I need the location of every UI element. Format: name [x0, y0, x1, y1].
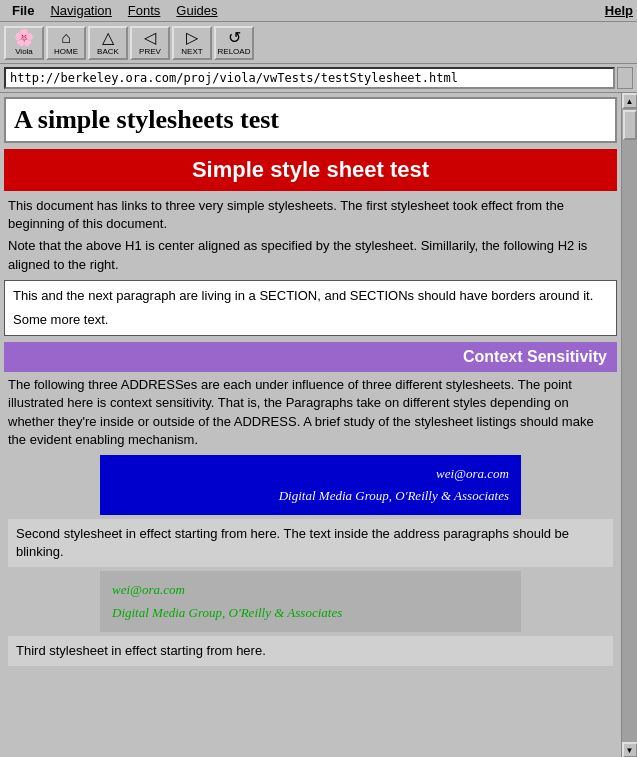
- address-block-blue: wei@ora.com Digital Media Group, O'Reill…: [100, 455, 521, 515]
- home-label: HOME: [54, 47, 78, 56]
- viola-button[interactable]: 🌸 Viola: [4, 26, 44, 60]
- menu-guides[interactable]: Guides: [168, 3, 225, 18]
- prev-button[interactable]: ◁ PREV: [130, 26, 170, 60]
- section-para-1: This and the next paragraph are living i…: [13, 287, 608, 305]
- scroll-down-button[interactable]: ▼: [622, 742, 638, 757]
- menu-bar: File Navigation Fonts Guides Help: [0, 0, 637, 22]
- section-box: This and the next paragraph are living i…: [4, 280, 617, 336]
- prev-icon: ◁: [144, 30, 156, 46]
- address-bar: [0, 64, 637, 93]
- viola-icon: 🌸: [14, 30, 34, 46]
- address-input[interactable]: [4, 67, 615, 89]
- addr-blue-line1: wei@ora.com: [112, 463, 509, 485]
- menu-navigation[interactable]: Navigation: [42, 3, 119, 18]
- addr-gray-line1: wei@ora.com: [112, 579, 509, 601]
- back-button[interactable]: △ BACK: [88, 26, 128, 60]
- viola-label: Viola: [15, 47, 33, 56]
- scroll-up-button[interactable]: ▲: [622, 93, 638, 109]
- scrollbar-up-button[interactable]: [617, 67, 633, 89]
- home-button[interactable]: ⌂ HOME: [46, 26, 86, 60]
- scroll-track[interactable]: [622, 109, 638, 742]
- reload-label: RELOAD: [218, 47, 251, 56]
- reload-button[interactable]: ↺ RELOAD: [214, 26, 254, 60]
- menu-fonts[interactable]: Fonts: [120, 3, 169, 18]
- home-icon: ⌂: [61, 30, 71, 46]
- addr-blue-line2: Digital Media Group, O'Reilly & Associat…: [112, 485, 509, 507]
- prev-label: PREV: [139, 47, 161, 56]
- content-wrapper: A simple stylesheets test Simple style s…: [0, 93, 637, 757]
- menu-file[interactable]: File: [4, 3, 42, 18]
- page-title: A simple stylesheets test: [4, 97, 617, 143]
- third-stylesheet-text: Third stylesheet in effect starting from…: [8, 636, 613, 666]
- scroll-thumb[interactable]: [623, 110, 637, 140]
- next-icon: ▷: [186, 30, 198, 46]
- second-stylesheet-text: Second stylesheet in effect starting fro…: [8, 519, 613, 567]
- back-label: BACK: [97, 47, 119, 56]
- h2-banner: Context Sensitivity: [4, 342, 617, 372]
- vertical-scrollbar: ▲ ▼: [621, 93, 637, 757]
- paragraph-1: This document has links to three very si…: [8, 197, 613, 233]
- context-description: The following three ADDRESSes are each u…: [8, 376, 613, 449]
- address-block-gray: wei@ora.com Digital Media Group, O'Reill…: [100, 571, 521, 631]
- content-area: A simple stylesheets test Simple style s…: [0, 93, 621, 757]
- section-para-2: Some more text.: [13, 311, 608, 329]
- menu-help[interactable]: Help: [605, 3, 633, 18]
- paragraph-2: Note that the above H1 is center aligned…: [8, 237, 613, 273]
- addr-gray-line2: Digital Media Group, O'Reilly & Associat…: [112, 602, 509, 624]
- reload-icon: ↺: [228, 30, 241, 46]
- back-icon: △: [102, 30, 114, 46]
- next-label: NEXT: [181, 47, 202, 56]
- h1-banner: Simple style sheet test: [4, 149, 617, 191]
- toolbar: 🌸 Viola ⌂ HOME △ BACK ◁ PREV ▷ NEXT ↺ RE…: [0, 22, 637, 64]
- next-button[interactable]: ▷ NEXT: [172, 26, 212, 60]
